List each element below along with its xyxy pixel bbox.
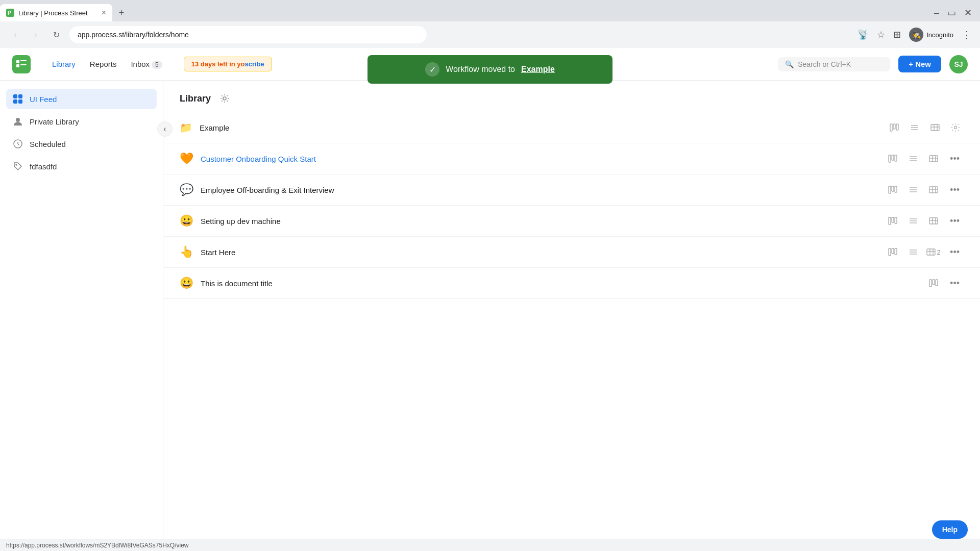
close-window-button[interactable]: ✕ bbox=[964, 7, 972, 18]
workflow-more-3[interactable]: ••• bbox=[946, 245, 964, 260]
menu-button[interactable]: ⋮ bbox=[962, 29, 972, 41]
browser-toolbar-right: 📡 ☆ ⊞ 🕵 Incognito ⋮ bbox=[857, 28, 972, 42]
svg-rect-40 bbox=[895, 186, 897, 192]
extensions-icon[interactable]: ⊞ bbox=[893, 29, 901, 40]
active-tab[interactable]: P Library | Process Street × bbox=[0, 4, 112, 21]
search-box[interactable]: 🔍 Search or Ctrl+K bbox=[778, 57, 890, 71]
sidebar-label-scheduled: Scheduled bbox=[30, 140, 66, 148]
svg-rect-68 bbox=[929, 280, 932, 287]
library-settings-button[interactable] bbox=[217, 91, 232, 106]
workflow-row-4[interactable]: 😀 This is document title ••• bbox=[163, 268, 980, 299]
workflow-more-2[interactable]: ••• bbox=[946, 214, 964, 229]
toast-notification: ✓ Workflow moved to Example bbox=[368, 55, 612, 84]
workflow-kanban-icon-4[interactable] bbox=[925, 275, 942, 291]
clock-icon bbox=[12, 139, 23, 149]
svg-rect-9 bbox=[13, 99, 17, 104]
logo[interactable] bbox=[12, 55, 31, 73]
sidebar-item-scheduled[interactable]: Scheduled bbox=[6, 134, 157, 154]
svg-point-27 bbox=[954, 127, 957, 129]
content-area: Library 📁 Example bbox=[163, 81, 980, 551]
svg-rect-59 bbox=[892, 248, 894, 254]
sidebar-label-ui-feed: UI Feed bbox=[30, 95, 57, 104]
workflow-list-icon-3[interactable] bbox=[905, 244, 921, 260]
incognito-profile[interactable]: 🕵 Incognito bbox=[909, 28, 953, 42]
nav-inbox[interactable]: Inbox5 bbox=[126, 57, 167, 71]
toast-message: Workflow moved to bbox=[446, 65, 515, 74]
trial-days: 13 days left in yo bbox=[191, 60, 245, 68]
folder-row-example[interactable]: 📁 Example bbox=[163, 112, 980, 143]
workflow-emoji-0: 🧡 bbox=[180, 152, 193, 165]
sidebar-collapse-button[interactable]: ‹ bbox=[157, 121, 173, 137]
user-avatar[interactable]: SJ bbox=[949, 55, 968, 73]
tab-bar: P Library | Process Street × + – ▭ ✕ bbox=[0, 0, 980, 21]
nav-library[interactable]: Library bbox=[47, 57, 81, 71]
sidebar-item-private-library[interactable]: Private Library bbox=[6, 111, 157, 132]
workflow-kanban-icon-2[interactable] bbox=[885, 213, 901, 229]
workflow-kanban-icon-1[interactable] bbox=[885, 182, 901, 198]
workflow-table-icon-3[interactable]: 2 bbox=[925, 244, 942, 260]
workflow-table-num-3: 2 bbox=[937, 248, 940, 256]
folder-settings-icon[interactable] bbox=[947, 119, 964, 136]
workflow-row-0[interactable]: 🧡 Customer Onboarding Quick Start bbox=[163, 143, 980, 174]
sidebar-item-ui-feed[interactable]: UI Feed bbox=[6, 89, 157, 109]
top-nav: Library Reports Inbox5 13 days left in y… bbox=[0, 48, 980, 81]
person-icon bbox=[12, 116, 23, 127]
svg-rect-8 bbox=[18, 94, 22, 98]
nav-reports[interactable]: Reports bbox=[85, 57, 122, 71]
workflow-more-0[interactable]: ••• bbox=[946, 152, 964, 166]
back-button[interactable]: ‹ bbox=[8, 28, 22, 42]
workflow-list-icon-2[interactable] bbox=[905, 213, 921, 229]
address-input[interactable] bbox=[69, 26, 427, 43]
svg-rect-39 bbox=[892, 186, 894, 191]
svg-rect-19 bbox=[896, 124, 898, 130]
folder-kanban-icon[interactable] bbox=[886, 119, 902, 136]
nav-links: Library Reports Inbox5 bbox=[47, 57, 167, 71]
forward-button[interactable]: › bbox=[29, 28, 43, 42]
svg-rect-18 bbox=[893, 124, 895, 129]
sidebar-item-fdfasdfd[interactable]: fdfasdfd bbox=[6, 156, 157, 177]
sidebar-label-fdfasdfd: fdfasdfd bbox=[30, 162, 57, 171]
workflow-kanban-icon-0[interactable] bbox=[885, 151, 901, 167]
refresh-button[interactable]: ↻ bbox=[49, 28, 63, 42]
workflow-actions-2: ••• bbox=[885, 213, 964, 229]
workflow-table-icon-1[interactable] bbox=[925, 182, 942, 198]
workflow-name-1: Employee Off-boarding & Exit Interview bbox=[201, 186, 885, 194]
inbox-badge: 5 bbox=[152, 61, 162, 69]
maximize-button[interactable]: ▭ bbox=[947, 7, 956, 18]
help-button[interactable]: Help bbox=[932, 520, 968, 539]
grid-icon bbox=[12, 94, 23, 104]
trial-banner: 13 days left in yoscribe bbox=[184, 57, 272, 71]
minimize-button[interactable]: – bbox=[934, 8, 939, 18]
workflow-list-icon-1[interactable] bbox=[905, 182, 921, 198]
workflow-kanban-icon-3[interactable] bbox=[885, 244, 901, 260]
tag-icon bbox=[12, 161, 23, 171]
workflow-actions-4: ••• bbox=[925, 275, 964, 291]
workflow-row-2[interactable]: 😀 Setting up dev machine bbox=[163, 206, 980, 237]
workflow-row-1[interactable]: 💬 Employee Off-boarding & Exit Interview bbox=[163, 174, 980, 206]
svg-rect-5 bbox=[16, 64, 19, 67]
new-tab-button[interactable]: + bbox=[114, 6, 129, 20]
svg-rect-23 bbox=[931, 124, 939, 131]
bookmark-icon[interactable]: ☆ bbox=[877, 29, 885, 40]
workflow-name-3: Start Here bbox=[201, 248, 885, 257]
workflow-list-icon-0[interactable] bbox=[905, 151, 921, 167]
workflow-table-icon-2[interactable] bbox=[925, 213, 942, 229]
folder-table-icon[interactable] bbox=[927, 119, 943, 136]
workflow-table-icon-0[interactable] bbox=[925, 151, 942, 167]
workflow-actions-1: ••• bbox=[885, 182, 964, 198]
workflow-more-1[interactable]: ••• bbox=[946, 183, 964, 197]
tab-close-button[interactable]: × bbox=[102, 8, 106, 17]
workflow-actions-3: 2 ••• bbox=[885, 244, 964, 260]
svg-rect-10 bbox=[18, 99, 22, 104]
workflow-emoji-1: 💬 bbox=[180, 183, 193, 196]
trial-subscribe[interactable]: scribe bbox=[245, 60, 264, 68]
svg-rect-38 bbox=[889, 186, 891, 193]
new-button[interactable]: + New bbox=[898, 56, 941, 72]
workflow-row-3[interactable]: 👆 Start Here bbox=[163, 237, 980, 268]
cast-icon[interactable]: 📡 bbox=[857, 29, 869, 40]
folder-list-icon[interactable] bbox=[906, 119, 923, 136]
toast-link[interactable]: Example bbox=[521, 65, 555, 74]
workflow-more-4[interactable]: ••• bbox=[946, 276, 964, 291]
workflow-name-0[interactable]: Customer Onboarding Quick Start bbox=[201, 155, 885, 163]
workflow-name-4: This is document title bbox=[201, 279, 925, 288]
